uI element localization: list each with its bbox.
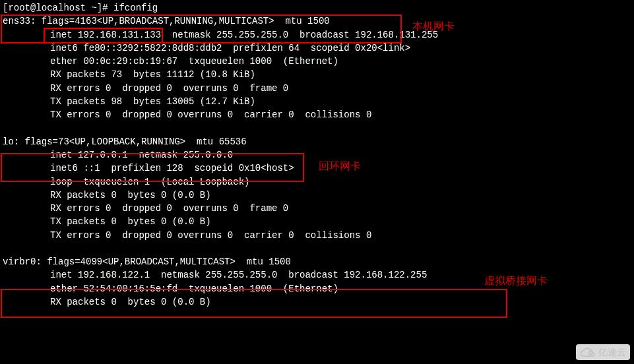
terminal-prompt: [root@localhost ~]# ifconfig <box>3 1 631 15</box>
ens33-tx-errors: TX errors 0 dropped 0 overruns 0 carrier… <box>3 108 631 121</box>
lo-tx-packets: TX packets 0 bytes 0 (0.0 B) <box>3 215 631 228</box>
virbr0-rx-packets: RX packets 0 bytes 0 (0.0 B) <box>3 295 631 309</box>
lo-rx-errors: RX errors 0 dropped 0 overruns 0 frame 0 <box>3 202 631 215</box>
lo-loop: loop txqueuelen 1 (Local Loopback) <box>3 175 631 189</box>
lo-inet: inet 127.0.0.1 netmask 255.0.0.0 <box>3 148 631 162</box>
lo-inet6: inet6 ::1 prefixlen 128 scopeid 0x10<hos… <box>3 162 631 175</box>
annotation-loopback-nic: 回环网卡 <box>319 158 361 173</box>
virbr0-header: virbr0: flags=4099<UP,BROADCAST,MULTICAS… <box>3 255 631 268</box>
svg-point-0 <box>589 351 592 354</box>
annotation-virtual-bridge-nic: 虚拟桥接网卡 <box>484 273 548 288</box>
cloud-icon <box>580 347 596 357</box>
ens33-inet: inet 192.168.131.133 netmask 255.255.255… <box>3 28 631 42</box>
blank-line <box>3 242 631 255</box>
ens33-tx-packets: TX packets 98 bytes 13005 (12.7 KiB) <box>3 95 631 108</box>
ens33-rx-errors: RX errors 0 dropped 0 overruns 0 frame 0 <box>3 82 631 95</box>
annotation-host-nic: 本机网卡 <box>412 18 455 34</box>
lo-rx-packets: RX packets 0 bytes 0 (0.0 B) <box>3 189 631 202</box>
lo-header: lo: flags=73<UP,LOOPBACK,RUNNING> mtu 65… <box>3 135 631 148</box>
watermark: 亿速云 <box>576 344 630 360</box>
lo-tx-errors: TX errors 0 dropped 0 overruns 0 carrier… <box>3 229 631 242</box>
ens33-rx-packets: RX packets 73 bytes 11112 (10.8 KiB) <box>3 68 631 81</box>
ens33-header: ens33: flags=4163<UP,BROADCAST,RUNNING,M… <box>3 15 631 28</box>
watermark-text: 亿速云 <box>598 346 626 359</box>
blank-line <box>3 122 631 135</box>
ens33-inet6: inet6 fe80::3292:5822:8dd8:ddb2 prefixle… <box>3 42 631 55</box>
ens33-ether: ether 00:0c:29:cb:19:67 txqueuelen 1000 … <box>3 55 631 68</box>
